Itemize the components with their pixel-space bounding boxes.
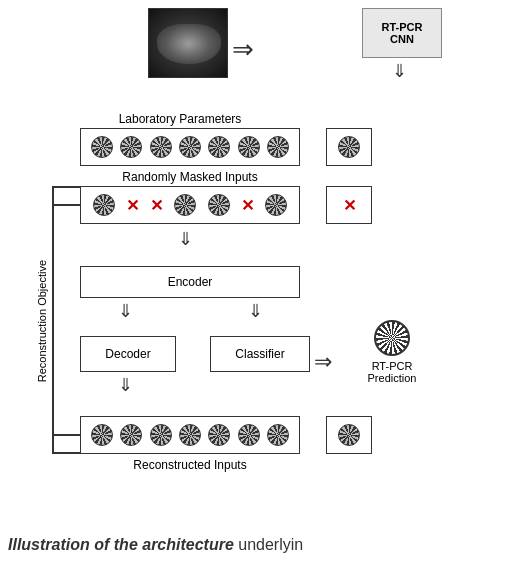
- arrow-classifier-to-pred: ⇒: [314, 349, 332, 375]
- single-reconstructed-box: [326, 416, 372, 454]
- masked-dot-3: [208, 194, 230, 216]
- recon-dot-3: [150, 424, 172, 446]
- red-x-3: ✕: [241, 196, 254, 215]
- arrow-encoder-to-decoder: ⇓: [118, 300, 133, 322]
- dot-icon-7: [267, 136, 289, 158]
- dot-icon-6: [238, 136, 260, 158]
- dot-icon-5: [208, 136, 230, 158]
- dot-icon-3: [150, 136, 172, 158]
- recon-dot-7: [267, 424, 289, 446]
- reconstructed-label: Reconstructed Inputs: [80, 458, 300, 472]
- masked-row-box: ✕ ✕ ✕: [80, 186, 300, 224]
- red-x-single: ✕: [343, 196, 356, 215]
- recon-dot-6: [238, 424, 260, 446]
- encoder-box: Encoder: [80, 266, 300, 298]
- bottom-text-normal: underlyin: [234, 536, 303, 553]
- arrow-decoder-to-reconstructed: ⇓: [118, 374, 133, 396]
- arrow-xray-to-cnn: ⇒: [232, 34, 254, 65]
- single-masked-box: ✕: [326, 186, 372, 224]
- masked-label: Randomly Masked Inputs: [80, 170, 300, 184]
- decoder-box: Decoder: [80, 336, 176, 372]
- classifier-label: Classifier: [235, 347, 284, 361]
- recon-dot-5: [208, 424, 230, 446]
- rtpcr-cnn-label: RT-PCRCNN: [382, 21, 423, 45]
- red-x-1: ✕: [126, 196, 139, 215]
- reconstruction-objective-label: Reconstruction Objective: [12, 186, 72, 456]
- recon-dot-2: [120, 424, 142, 446]
- masked-dot-2: [174, 194, 196, 216]
- arrow-cnn-down: ⇓: [392, 60, 407, 82]
- input-row-box: [80, 128, 300, 166]
- recon-dot-4: [179, 424, 201, 446]
- rtpcr-pred-label: RT-PCRPrediction: [352, 360, 432, 384]
- dot-icon-single: [338, 136, 360, 158]
- arrow-encoder-to-classifier: ⇓: [248, 300, 263, 322]
- encoder-label: Encoder: [168, 275, 213, 289]
- bottom-text-bold2: llustration of the architecture: [12, 536, 233, 553]
- recon-dot-1: [91, 424, 113, 446]
- dot-icon-1: [91, 136, 113, 158]
- reconstructed-row-box: [80, 416, 300, 454]
- lab-params-label: Laboratory Parameters: [80, 112, 280, 126]
- diagram-container: ⇒ RT-PCRCNN ⇓ Laboratory Parameters Rand…: [0, 0, 524, 558]
- masked-dot-1: [93, 194, 115, 216]
- decoder-label: Decoder: [105, 347, 150, 361]
- arrow-recon-left-h: [52, 434, 80, 436]
- red-x-2: ✕: [150, 196, 163, 215]
- classifier-box: Classifier: [210, 336, 310, 372]
- rtpcr-cnn-box: RT-PCRCNN: [362, 8, 442, 58]
- dot-icon-2: [120, 136, 142, 158]
- xray-image: [148, 8, 228, 78]
- masked-dot-4: [265, 194, 287, 216]
- dot-icon-4: [179, 136, 201, 158]
- rtpcr-pred-box: RT-PCRPrediction: [352, 320, 432, 384]
- arrow-masked-left-h: [52, 204, 80, 206]
- xray-lungs: [157, 24, 221, 64]
- rtpcr-pred-circle: [374, 320, 410, 356]
- single-input-box: [326, 128, 372, 166]
- arrow-masked-to-encoder: ⇓: [178, 228, 193, 250]
- recon-dot-single: [338, 424, 360, 446]
- bottom-text: Illustration of the architecture underly…: [0, 532, 524, 558]
